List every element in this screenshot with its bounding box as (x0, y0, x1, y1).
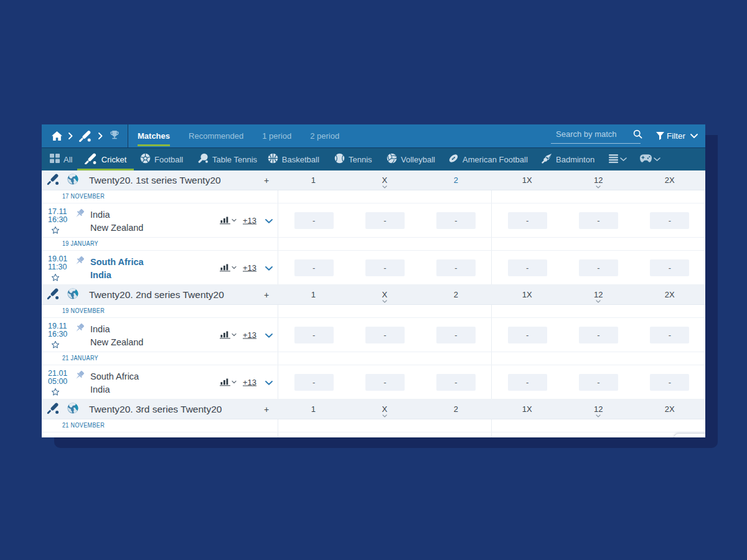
odds-value[interactable]: - (365, 374, 405, 391)
league-header[interactable]: Twenty20. 2nd series Twenty20+1X21X122X (42, 285, 705, 305)
scroll-top-button[interactable] (674, 433, 705, 437)
odds-value[interactable]: - (579, 374, 618, 391)
odds-column-header-x[interactable]: X (349, 285, 421, 304)
odds-column-header-x[interactable]: X (349, 170, 421, 190)
sport-tab-volleyball[interactable]: Volleyball (379, 148, 443, 170)
odds-value[interactable]: - (650, 327, 689, 343)
expand-plus-button[interactable]: + (256, 404, 276, 414)
odds-column-header-2x[interactable]: 2X (634, 285, 706, 304)
odds-value[interactable]: - (294, 374, 334, 391)
odds-value[interactable]: - (508, 374, 547, 391)
more-markets-link[interactable]: +13 (243, 263, 256, 273)
odds-value[interactable]: - (294, 259, 334, 276)
filter-button[interactable]: Filter (656, 124, 698, 147)
sport-tab-american-football[interactable]: American Football (441, 148, 535, 170)
team-names[interactable]: South AfricaIndia (90, 256, 144, 282)
odds-value[interactable]: - (579, 212, 618, 229)
odds-value[interactable]: - (365, 212, 405, 229)
favorite-star-icon[interactable] (51, 340, 60, 351)
list-menu-menu[interactable] (601, 148, 634, 170)
odds-value[interactable]: - (650, 212, 689, 229)
sport-tab-table-tennis[interactable]: Table Tennis (190, 148, 265, 170)
tab-recommended[interactable]: Recommended (179, 124, 253, 147)
expand-chevron-icon[interactable] (265, 376, 273, 388)
odds-value[interactable]: - (294, 212, 334, 229)
statistics-icon[interactable] (220, 264, 237, 272)
odds-value[interactable]: - (365, 327, 405, 343)
league-header[interactable]: Twenty20. 1st series Twenty20+1X21X122X (42, 170, 705, 190)
odds-column-header-1[interactable]: 1 (278, 170, 349, 190)
sport-tab-football[interactable]: Football (133, 148, 190, 170)
more-markets-link[interactable]: +13 (243, 378, 256, 387)
expand-plus-button[interactable]: + (256, 175, 276, 185)
odds-column-header-2x[interactable]: 2X (634, 399, 706, 419)
league-header[interactable]: Twenty20. 3rd series Twenty20+1X21X122X (42, 399, 705, 419)
odds-column-header-2x[interactable]: 2X (634, 170, 706, 190)
odds-column-header-2[interactable]: 2 (420, 285, 492, 304)
sport-tab-badminton[interactable]: Badminton (534, 148, 602, 170)
odds-column-header-2[interactable]: 2 (420, 170, 492, 190)
favorite-star-icon[interactable] (51, 387, 60, 398)
odds-value[interactable]: - (508, 259, 547, 276)
statistics-icon[interactable] (220, 331, 237, 339)
odds-value[interactable]: - (436, 212, 476, 229)
odds-column-header-1[interactable]: 1 (278, 285, 349, 304)
team-names[interactable]: South AfricaIndia (90, 370, 139, 396)
home-icon[interactable] (52, 131, 62, 141)
tab-2-period[interactable]: 2 period (301, 124, 349, 147)
odds-column-header-1x[interactable]: 1X (492, 285, 563, 304)
favorite-star-icon[interactable] (51, 225, 60, 236)
odds-column-header-12[interactable]: 12 (563, 170, 634, 190)
gamepad-menu[interactable] (632, 148, 668, 170)
pin-icon[interactable] (74, 256, 85, 269)
search-input[interactable]: Search by match (551, 124, 641, 144)
odds-column-header-2[interactable]: 2 (420, 399, 492, 419)
date-separator: 19 JANUARY (42, 238, 705, 251)
pin-icon[interactable] (74, 370, 85, 383)
expand-chevron-icon[interactable] (265, 262, 273, 273)
expand-chevron-icon[interactable] (265, 329, 273, 340)
globe-icon (67, 288, 78, 302)
sport-tab-tennis[interactable]: Tennis (327, 148, 380, 170)
statistics-icon[interactable] (220, 378, 237, 386)
sport-tab-basketball[interactable]: Basketball (260, 148, 327, 170)
odds-column-header-1x[interactable]: 1X (492, 170, 563, 190)
odds-column-header-1x[interactable]: 1X (492, 399, 563, 419)
pin-icon[interactable] (74, 323, 85, 336)
odds-cell: - (278, 318, 349, 352)
odds-value[interactable]: - (579, 259, 618, 276)
cricket-icon[interactable] (79, 130, 92, 142)
odds-column-header-12[interactable]: 12 (563, 285, 634, 304)
odds-value[interactable]: - (436, 327, 476, 343)
odds-value[interactable]: - (508, 327, 547, 343)
odds-value[interactable]: - (436, 259, 476, 276)
odds-column-header-12[interactable]: 12 (563, 399, 634, 419)
odds-value[interactable]: - (508, 212, 547, 229)
tab-1-period[interactable]: 1 period (253, 124, 301, 147)
odds-value[interactable]: - (365, 259, 405, 276)
statistics-icon[interactable] (220, 217, 237, 225)
search-icon[interactable] (633, 129, 642, 139)
tab-matches[interactable]: Matches (128, 124, 179, 147)
sport-tab-all[interactable]: All (42, 148, 80, 170)
odds-value[interactable]: - (650, 259, 689, 276)
trophy-icon[interactable] (109, 131, 120, 141)
chevron-right-icon (98, 133, 103, 139)
favorite-star-icon[interactable] (51, 273, 60, 284)
pin-icon[interactable] (74, 208, 85, 222)
odds-column-header-x[interactable]: X (349, 399, 421, 419)
odds-value[interactable]: - (579, 327, 618, 343)
team-names[interactable]: IndiaNew Zealand (90, 323, 143, 349)
more-markets-link[interactable]: +13 (243, 330, 256, 340)
odds-value[interactable]: - (436, 374, 476, 391)
odds-column-header-1[interactable]: 1 (278, 399, 349, 419)
sport-label: Tennis (349, 155, 372, 164)
more-markets-link[interactable]: +13 (243, 216, 256, 225)
team-names[interactable]: IndiaNew Zealand (90, 208, 143, 235)
odds-value[interactable]: - (294, 327, 334, 343)
expand-plus-button[interactable]: + (256, 290, 276, 300)
expand-chevron-icon[interactable] (265, 215, 273, 226)
sport-tab-cricket[interactable]: Cricket (77, 148, 134, 170)
odds-value[interactable]: - (650, 374, 689, 391)
team-1: South Africa (90, 256, 144, 269)
